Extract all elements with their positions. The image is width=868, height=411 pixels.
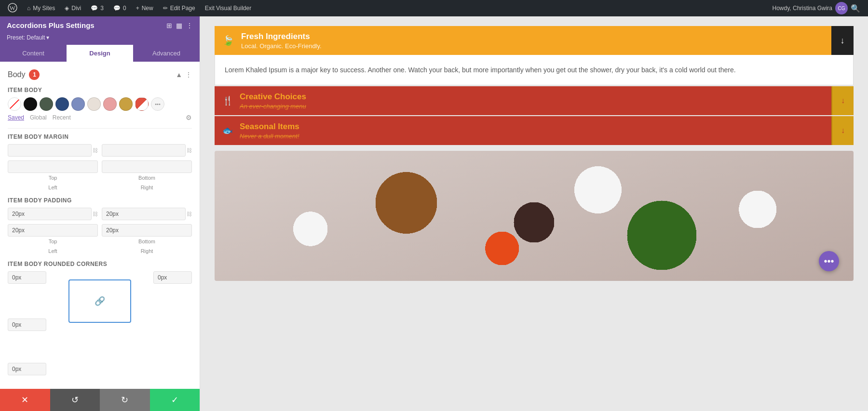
svg-text:W: W: [10, 4, 16, 12]
page-content: 🍃 Fresh Ingredients Local. Organic. Eco-…: [200, 16, 868, 411]
padding-inputs: ⛓ ⛓: [8, 208, 192, 237]
tab-design[interactable]: Design: [67, 45, 133, 62]
margin-bottom-input[interactable]: [102, 144, 186, 157]
search-icon[interactable]: 🔍: [851, 4, 860, 13]
padding-link-icon-top[interactable]: ⛓: [93, 211, 98, 217]
plus-icon: +: [136, 5, 139, 12]
section-header: Body 1 ▲ ⋮: [8, 69, 192, 80]
recent-option[interactable]: Recent: [53, 114, 71, 121]
margin-bottom-group: ⛓: [102, 144, 192, 157]
padding-right-input[interactable]: [102, 224, 192, 237]
margin-top-input[interactable]: [8, 144, 92, 157]
new-btn[interactable]: + New: [132, 0, 157, 16]
bubble-icon: 💬: [113, 5, 121, 12]
divi-btn[interactable]: ◈ Divi: [61, 0, 85, 16]
fish-icon: 🐟: [222, 125, 233, 136]
margin-right-group: [102, 160, 192, 173]
margin-top-label: Top: [8, 175, 98, 181]
padding-top-input[interactable]: [8, 208, 92, 220]
color-options-row: Saved Global Recent ⚙: [8, 114, 192, 121]
accordion-fresh-toggle[interactable]: ↓: [831, 26, 854, 55]
cancel-icon: ✕: [21, 395, 28, 405]
global-option[interactable]: Global: [30, 114, 47, 121]
margin-link-icon-bottom[interactable]: ⛓: [187, 147, 192, 153]
corner-top-left-input[interactable]: [8, 271, 46, 284]
padding-bottom-group: ⛓: [102, 208, 192, 220]
dots-icon: •••: [824, 256, 834, 267]
padding-top-group: ⛓: [8, 208, 98, 220]
color-swatch-pink[interactable]: [103, 97, 117, 111]
color-swatch-light-beige[interactable]: [87, 97, 101, 111]
padding-bottom-input[interactable]: [102, 208, 186, 220]
accordion-seasonal-subtitle: Never a dull moment!: [240, 133, 854, 140]
margin-link-icon-top[interactable]: ⛓: [93, 147, 98, 153]
cancel-button[interactable]: ✕: [0, 389, 50, 411]
color-settings-icon[interactable]: ⚙: [186, 114, 192, 121]
undo-button[interactable]: ↺: [50, 389, 100, 411]
corner-top-right-input[interactable]: [153, 271, 192, 284]
margin-right-input[interactable]: [102, 160, 192, 173]
saved-option[interactable]: Saved: [8, 114, 24, 121]
fork-icon: 🍴: [222, 95, 233, 106]
accordion-fresh-body: Lorem Khaled Ipsum is a major key to suc…: [215, 55, 854, 85]
color-swatch-gold[interactable]: [119, 97, 133, 111]
divi-icon: ◈: [65, 5, 69, 12]
tab-advanced[interactable]: Advanced: [133, 45, 200, 62]
exit-builder-btn[interactable]: Exit Visual Builder: [201, 0, 256, 16]
responsive-icon[interactable]: ⊞: [166, 22, 172, 29]
accordion-seasonal-header[interactable]: 🐟 Seasonal Items Never a dull moment! ↓: [215, 116, 854, 145]
rounded-grid: 🔗: [8, 271, 192, 375]
corner-visual: 🔗: [68, 279, 131, 323]
home-icon: ⌂: [27, 5, 30, 12]
rounded-corners-label: Item Body Rounded Corners: [8, 261, 192, 267]
accordion-seasonal: 🐟 Seasonal Items Never a dull moment! ↓: [215, 116, 854, 145]
accordion-fresh-title: Fresh Ingredients: [241, 32, 854, 41]
more-icon[interactable]: ⋮: [186, 22, 193, 29]
accordion-creative-toggle[interactable]: ↓: [831, 86, 854, 115]
bottom-toolbar: ✕ ↺ ↻ ✓: [0, 389, 200, 411]
pencil-icon: ✏: [163, 5, 168, 12]
float-action-button[interactable]: •••: [819, 251, 839, 271]
accordion-seasonal-toggle[interactable]: ↓: [831, 116, 854, 145]
color-swatch-diagonal[interactable]: [135, 97, 149, 111]
accordion-creative-title: Creative Choices: [240, 92, 854, 102]
section-menu-icon[interactable]: ⋮: [185, 71, 192, 79]
tab-content[interactable]: Content: [0, 45, 67, 62]
comments-btn[interactable]: 💬 3: [87, 0, 108, 16]
my-sites-btn[interactable]: ⌂ My Sites: [23, 0, 59, 16]
tab-bar: Content Design Advanced: [0, 45, 200, 62]
padding-left-input[interactable]: [8, 224, 98, 237]
accordion-fresh-body-text: Lorem Khaled Ipsum is a major key to suc…: [225, 65, 843, 75]
padding-right-label: Right: [102, 248, 192, 254]
edit-page-btn[interactable]: ✏ Edit Page: [159, 0, 199, 16]
accordion-seasonal-text: Seasonal Items Never a dull moment!: [240, 122, 854, 140]
corner-bottom-right-input[interactable]: [8, 363, 46, 375]
color-swatch-row: •••: [8, 97, 192, 111]
margin-inputs: ⛓ ⛓: [8, 144, 192, 173]
accordion-creative-subtitle: An ever-changing menu: [240, 103, 854, 110]
layout-icon[interactable]: ▦: [176, 22, 182, 29]
color-swatch-transparent[interactable]: [8, 97, 21, 111]
preset-selector[interactable]: Preset: Default ▾: [0, 34, 200, 45]
corner-bottom-left-input[interactable]: [8, 318, 46, 331]
margin-left-input[interactable]: [8, 160, 98, 173]
redo-button[interactable]: ↻: [100, 389, 150, 411]
new-comment-btn[interactable]: 💬 0: [109, 0, 130, 16]
padding-link-icon-bottom[interactable]: ⛓: [187, 211, 192, 217]
wp-logo-btn[interactable]: W: [4, 0, 21, 16]
section-badge: 1: [29, 69, 40, 80]
color-swatch-dark-green[interactable]: [40, 97, 53, 111]
color-swatch-black[interactable]: [24, 97, 37, 111]
margin-left-group: [8, 160, 98, 173]
accordion-fresh-header[interactable]: 🍃 Fresh Ingredients Local. Organic. Eco-…: [215, 26, 854, 55]
color-swatch-dark-blue[interactable]: [55, 97, 69, 111]
user-info: Howdy, Christina Gwira CG 🔍: [773, 2, 864, 14]
confirm-button[interactable]: ✓: [150, 389, 200, 411]
more-colors-btn[interactable]: •••: [151, 97, 164, 111]
margin-top-group: ⛓: [8, 144, 98, 157]
color-swatch-lavender[interactable]: [71, 97, 85, 111]
accordion-creative-header[interactable]: 🍴 Creative Choices An ever-changing menu…: [215, 86, 854, 115]
chevron-up-icon[interactable]: ▲: [176, 71, 182, 79]
food-image: [215, 151, 854, 281]
link-chain-icon[interactable]: 🔗: [95, 296, 105, 306]
